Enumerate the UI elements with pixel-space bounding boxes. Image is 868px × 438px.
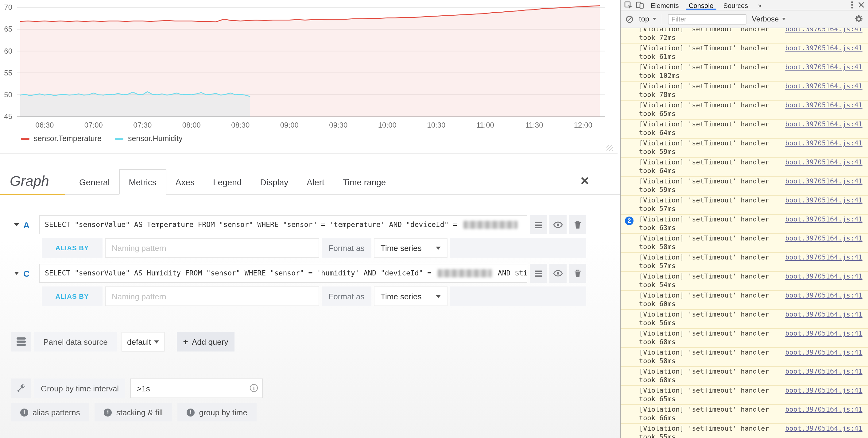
source-link[interactable]: boot.39705164.js:41	[785, 425, 863, 433]
source-link[interactable]: boot.39705164.js:41	[785, 329, 863, 338]
time-series-chart: 70656055504506:3007:0007:3008:0008:3009:…	[0, 0, 618, 133]
source-link[interactable]: boot.39705164.js:41	[785, 120, 863, 129]
format-as-select[interactable]: Time series	[374, 238, 447, 258]
query-sql: SELECT "sensorValue" AS Humidity FROM "s…	[45, 269, 436, 277]
source-link[interactable]: boot.39705164.js:41	[785, 215, 863, 224]
alias-pattern-input[interactable]	[105, 287, 319, 306]
console-violation-entry: [Violation] 'setTimeout' handlertook 56m…	[621, 309, 868, 328]
tab-elements[interactable]: Elements	[648, 0, 682, 10]
log-level-select[interactable]: Verbose	[752, 15, 785, 23]
source-link[interactable]: boot.39705164.js:41	[785, 139, 863, 148]
violation-duration: took 66ms	[639, 414, 785, 423]
violation-message: [Violation] 'setTimeout' handler	[639, 28, 785, 34]
repeat-count-badge: 2	[625, 216, 633, 225]
grafana-panel-editor: 70656055504506:3007:0007:3008:0008:3009:…	[0, 0, 620, 438]
more-tabs-chevron[interactable]: »	[755, 0, 765, 10]
console-violation-entry: [Violation] 'setTimeout' handlertook 66m…	[621, 404, 868, 423]
query-toggle-visibility-eye-icon[interactable]	[549, 215, 567, 234]
source-link[interactable]: boot.39705164.js:41	[785, 254, 863, 262]
violation-duration: took 68ms	[639, 376, 785, 384]
info-icon[interactable]: i	[250, 384, 258, 392]
group-by-interval-input[interactable]	[130, 378, 263, 398]
violation-message: [Violation] 'setTimeout' handler	[639, 329, 785, 338]
device-toolbar-icon[interactable]	[636, 1, 644, 9]
alias-patterns-button[interactable]: i alias patterns	[11, 403, 89, 422]
violation-message: [Violation] 'setTimeout' handler	[639, 63, 785, 72]
legend-label: sensor.Temperature	[34, 134, 102, 143]
source-link[interactable]: boot.39705164.js:41	[785, 196, 863, 205]
console-violation-entry: [Violation] 'setTimeout' handlertook 60m…	[621, 290, 868, 309]
screen: 70656055504506:3007:0007:3008:0008:3009:…	[0, 0, 868, 438]
format-as-label: Format as	[322, 238, 371, 258]
inspect-element-icon[interactable]	[624, 1, 632, 9]
chevron-down-icon	[436, 246, 441, 249]
source-link[interactable]: boot.39705164.js:41	[785, 28, 863, 34]
devtools-close-icon[interactable]	[858, 2, 864, 8]
query-delete-trash-icon[interactable]	[569, 215, 586, 234]
datasource-row: Panel data source default + Add query	[11, 332, 235, 351]
source-link[interactable]: boot.39705164.js:41	[785, 44, 863, 53]
tab-metrics[interactable]: Metrics	[119, 169, 166, 195]
console-filter-input[interactable]	[668, 14, 746, 24]
execution-context-select[interactable]: top	[639, 15, 656, 23]
add-query-button[interactable]: + Add query	[177, 332, 235, 351]
group-by-time-button[interactable]: i group by time	[177, 403, 257, 422]
query-expression-a[interactable]: SELECT "sensorValue" AS Temperature FROM…	[39, 215, 527, 234]
tab-display[interactable]: Display	[251, 169, 298, 194]
tab-general[interactable]: General	[70, 169, 119, 194]
close-editor-icon[interactable]	[580, 176, 589, 185]
devtools-kebab-menu-icon[interactable]	[851, 1, 853, 9]
chevron-down-icon	[652, 18, 656, 20]
panel-resize-handle[interactable]	[607, 145, 613, 151]
query-menu-icon[interactable]	[530, 264, 547, 283]
query-collapse-c[interactable]: C	[11, 264, 39, 283]
source-link[interactable]: boot.39705164.js:41	[785, 158, 863, 167]
source-link[interactable]: boot.39705164.js:41	[785, 82, 863, 91]
query-menu-icon[interactable]	[530, 215, 547, 234]
console-log-area[interactable]: [Violation] 'setTimeout' handlertook 72m…	[621, 28, 868, 438]
source-link[interactable]: boot.39705164.js:41	[785, 367, 863, 376]
x-tick-label: 12:00	[574, 121, 592, 129]
datasource-select[interactable]: default	[122, 332, 164, 351]
violation-duration: took 78ms	[639, 91, 785, 99]
tab-time-range[interactable]: Time range	[334, 169, 395, 194]
query-toggle-visibility-eye-icon[interactable]	[549, 264, 567, 283]
source-link[interactable]: boot.39705164.js:41	[785, 405, 863, 414]
x-tick-label: 11:00	[476, 121, 494, 129]
source-link[interactable]: boot.39705164.js:41	[785, 310, 863, 319]
alias-pattern-input[interactable]	[105, 238, 319, 258]
tab-console[interactable]: Console	[686, 0, 717, 10]
help-button-label: alias patterns	[33, 408, 80, 417]
console-settings-gear-icon[interactable]	[855, 15, 863, 23]
database-icon	[11, 332, 31, 351]
violation-duration: took 55ms	[639, 433, 785, 438]
help-buttons-row: i alias patterns i stacking & fill i gro…	[11, 403, 257, 422]
violation-message: [Violation] 'setTimeout' handler	[639, 272, 785, 281]
source-link[interactable]: boot.39705164.js:41	[785, 348, 863, 357]
stacking-and-fill-button[interactable]: i stacking & fill	[95, 403, 172, 422]
chevron-down-icon	[14, 272, 19, 275]
tab-sources[interactable]: Sources	[720, 0, 751, 10]
panel-type-title: Graph	[10, 173, 49, 190]
source-link[interactable]: boot.39705164.js:41	[785, 177, 863, 186]
source-link[interactable]: boot.39705164.js:41	[785, 292, 863, 300]
legend-item-humidity[interactable]: sensor.Humidity	[115, 134, 183, 143]
legend-item-temperature[interactable]: sensor.Temperature	[21, 134, 102, 143]
source-link[interactable]: boot.39705164.js:41	[785, 101, 863, 110]
source-link[interactable]: boot.39705164.js:41	[785, 63, 863, 72]
query-delete-trash-icon[interactable]	[569, 264, 586, 283]
tab-axes[interactable]: Axes	[166, 169, 204, 194]
query-collapse-a[interactable]: A	[11, 215, 39, 234]
query-expression-c[interactable]: SELECT "sensorValue" AS Humidity FROM "s…	[39, 264, 527, 283]
source-link[interactable]: boot.39705164.js:41	[785, 386, 863, 395]
format-as-select[interactable]: Time series	[374, 287, 447, 306]
console-violation-entry: [Violation] 'setTimeout' handlertook 58m…	[621, 347, 868, 366]
violation-message: [Violation] 'setTimeout' handler	[639, 158, 785, 167]
violation-duration: took 54ms	[639, 281, 785, 290]
add-query-label: Add query	[192, 337, 228, 346]
source-link[interactable]: boot.39705164.js:41	[785, 234, 863, 243]
source-link[interactable]: boot.39705164.js:41	[785, 272, 863, 281]
tab-legend[interactable]: Legend	[204, 169, 251, 194]
clear-console-icon[interactable]	[625, 15, 633, 23]
tab-alert[interactable]: Alert	[298, 169, 334, 194]
